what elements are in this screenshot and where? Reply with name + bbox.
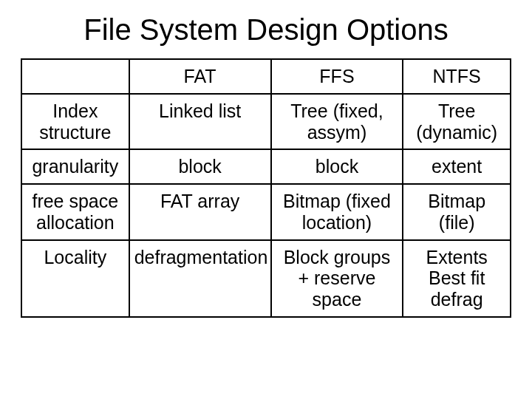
comparison-table-wrap: FAT FFS NTFS Index structure Linked list… [0,58,532,318]
table-row: Index structure Linked list Tree (fixed,… [21,94,511,150]
cell-fat: Linked list [129,94,271,150]
table-row: granularity block block extent [21,149,511,184]
table-row: free space allocation FAT array Bitmap (… [21,184,511,240]
cell-fat: block [129,149,271,184]
table-row: Locality defragmentation Block groups + … [21,240,511,317]
table-header-row: FAT FFS NTFS [21,59,511,94]
row-label: Locality [21,240,129,317]
slide-title: File System Design Options [0,13,532,47]
cell-ffs: Tree (fixed, assym) [271,94,403,150]
cell-ffs: block [271,149,403,184]
row-label: free space allocation [21,184,129,240]
cell-ntfs: Extents Best fit defrag [403,240,511,317]
header-ffs: FFS [271,59,403,94]
row-label: Index structure [21,94,129,150]
cell-fat: defragmentation [129,240,271,317]
cell-ntfs: Bitmap (file) [403,184,511,240]
cell-fat: FAT array [129,184,271,240]
cell-ffs: Block groups + reserve space [271,240,403,317]
header-blank [21,59,129,94]
comparison-table: FAT FFS NTFS Index structure Linked list… [21,58,511,318]
cell-ntfs: extent [403,149,511,184]
cell-ntfs: Tree (dynamic) [403,94,511,150]
header-fat: FAT [129,59,271,94]
row-label: granularity [21,149,129,184]
cell-ffs: Bitmap (fixed location) [271,184,403,240]
header-ntfs: NTFS [403,59,511,94]
